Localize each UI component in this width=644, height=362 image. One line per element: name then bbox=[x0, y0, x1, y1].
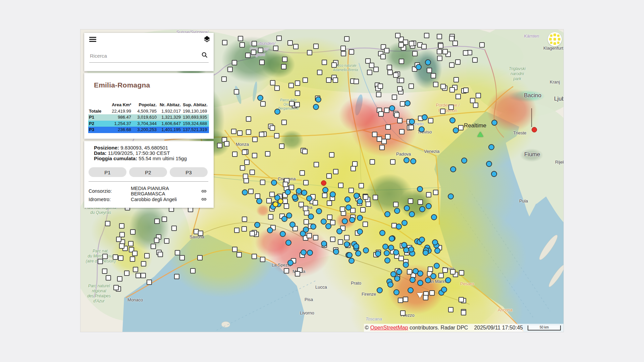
idrometro-link-icon[interactable] bbox=[200, 196, 208, 202]
station-marker-square[interactable] bbox=[354, 79, 359, 84]
station-marker-square[interactable] bbox=[284, 203, 289, 209]
station-marker-square[interactable] bbox=[393, 72, 398, 78]
station-marker-blue[interactable] bbox=[342, 218, 348, 224]
station-marker-square[interactable] bbox=[117, 276, 122, 282]
station-marker-square[interactable] bbox=[141, 261, 146, 266]
station-marker-blue[interactable] bbox=[453, 127, 459, 133]
station-marker-square[interactable] bbox=[344, 36, 350, 42]
station-marker-blue[interactable] bbox=[344, 241, 350, 247]
station-marker-square[interactable] bbox=[327, 215, 332, 220]
station-marker-blue[interactable] bbox=[287, 260, 293, 266]
station-marker-square[interactable] bbox=[424, 33, 429, 38]
station-marker-square[interactable] bbox=[158, 252, 163, 257]
station-marker-square[interactable] bbox=[289, 101, 294, 106]
station-marker-square[interactable] bbox=[154, 238, 159, 243]
station-marker-square[interactable] bbox=[246, 129, 251, 135]
station-marker-blue[interactable] bbox=[461, 158, 467, 164]
station-marker-square[interactable] bbox=[363, 222, 368, 227]
station-marker-square[interactable] bbox=[399, 78, 404, 83]
station-marker-blue[interactable] bbox=[333, 249, 339, 255]
station-marker-square[interactable] bbox=[294, 102, 300, 107]
station-marker-blue[interactable] bbox=[409, 211, 415, 217]
station-marker-blue[interactable] bbox=[417, 270, 423, 277]
station-marker-square[interactable] bbox=[252, 254, 257, 259]
station-marker-square[interactable] bbox=[351, 166, 356, 171]
station-marker-square[interactable] bbox=[409, 41, 414, 46]
station-marker-square[interactable] bbox=[236, 252, 242, 257]
station-marker-square[interactable] bbox=[450, 269, 455, 275]
station-marker-square[interactable] bbox=[455, 59, 461, 65]
station-marker-square[interactable] bbox=[288, 83, 294, 88]
station-marker-square[interactable] bbox=[164, 238, 169, 244]
station-marker-square[interactable] bbox=[399, 129, 405, 134]
station-marker-square[interactable] bbox=[144, 253, 150, 258]
station-marker-square[interactable] bbox=[381, 139, 387, 144]
station-marker-blue[interactable] bbox=[267, 227, 273, 233]
station-marker-square[interactable] bbox=[352, 161, 358, 167]
station-marker-blue[interactable] bbox=[419, 126, 425, 132]
p2-button[interactable]: P2 bbox=[129, 167, 167, 177]
station-marker-square[interactable] bbox=[442, 267, 448, 273]
station-marker-blue[interactable] bbox=[401, 220, 408, 226]
station-marker-square[interactable] bbox=[470, 98, 475, 103]
station-marker-square[interactable] bbox=[421, 44, 427, 49]
station-marker-square[interactable] bbox=[433, 82, 438, 87]
station-marker-square[interactable] bbox=[234, 228, 239, 233]
station-marker-square[interactable] bbox=[313, 200, 318, 205]
station-marker-square[interactable] bbox=[449, 87, 455, 93]
station-marker-blue[interactable] bbox=[403, 247, 409, 253]
station-marker-square[interactable] bbox=[398, 256, 404, 261]
p3-button[interactable]: P3 bbox=[170, 167, 208, 177]
station-marker-blue[interactable] bbox=[349, 217, 355, 223]
station-marker-blue[interactable] bbox=[355, 250, 361, 256]
station-marker-square[interactable] bbox=[270, 125, 275, 131]
station-marker-blue[interactable] bbox=[449, 117, 455, 123]
station-marker-square[interactable] bbox=[119, 223, 124, 229]
station-marker-square[interactable] bbox=[284, 268, 289, 274]
station-marker-square[interactable] bbox=[427, 68, 432, 73]
station-marker-blue[interactable] bbox=[417, 186, 423, 192]
station-marker-square[interactable] bbox=[384, 48, 389, 53]
station-marker-square[interactable] bbox=[384, 108, 389, 113]
station-marker-square[interactable] bbox=[397, 118, 402, 123]
station-marker-blue[interactable] bbox=[394, 276, 400, 282]
station-marker-square[interactable] bbox=[390, 159, 395, 165]
station-marker-square[interactable] bbox=[322, 193, 327, 198]
station-marker-square[interactable] bbox=[314, 162, 319, 167]
station-marker-square[interactable] bbox=[246, 116, 251, 122]
station-marker-square[interactable] bbox=[130, 229, 136, 235]
station-marker-square[interactable] bbox=[394, 112, 399, 118]
station-marker-square[interactable] bbox=[341, 51, 346, 56]
station-marker-square[interactable] bbox=[448, 307, 453, 312]
station-marker-blue[interactable] bbox=[389, 105, 395, 111]
station-marker-square[interactable] bbox=[463, 50, 468, 56]
station-marker-blue[interactable] bbox=[363, 247, 369, 253]
station-marker-blue[interactable] bbox=[289, 222, 296, 228]
station-marker-square[interactable] bbox=[392, 95, 397, 100]
station-marker-square[interactable] bbox=[452, 41, 458, 46]
station-marker-square[interactable] bbox=[234, 89, 239, 95]
station-marker-blue[interactable] bbox=[393, 289, 399, 295]
station-marker-square[interactable] bbox=[442, 49, 448, 54]
station-marker-square[interactable] bbox=[338, 239, 343, 245]
station-marker-square[interactable] bbox=[428, 118, 433, 123]
station-marker-square[interactable] bbox=[251, 50, 256, 55]
station-marker-blue[interactable] bbox=[488, 144, 494, 150]
station-marker-square[interactable] bbox=[259, 132, 264, 137]
station-marker-square[interactable] bbox=[378, 83, 383, 89]
station-marker-square[interactable] bbox=[154, 219, 160, 224]
station-marker-square[interactable] bbox=[359, 183, 364, 188]
station-marker-square[interactable] bbox=[269, 192, 275, 197]
station-marker-blue[interactable] bbox=[310, 224, 316, 230]
station-marker-blue[interactable] bbox=[403, 262, 409, 268]
station-marker-square[interactable] bbox=[440, 109, 445, 114]
station-marker-square[interactable] bbox=[162, 217, 167, 222]
station-marker-square[interactable] bbox=[317, 70, 322, 75]
station-marker-square[interactable] bbox=[329, 152, 334, 158]
station-marker-blue[interactable] bbox=[321, 219, 327, 225]
station-marker-blue[interactable] bbox=[448, 193, 454, 199]
station-marker-square[interactable] bbox=[459, 297, 464, 302]
station-marker-square[interactable] bbox=[242, 217, 247, 222]
station-marker-square[interactable] bbox=[270, 80, 275, 85]
station-marker-red[interactable] bbox=[321, 180, 326, 186]
